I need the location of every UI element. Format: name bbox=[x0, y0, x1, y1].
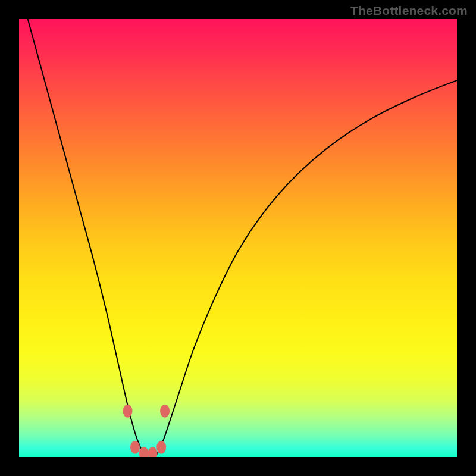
curve-marker bbox=[130, 441, 140, 454]
chart-svg bbox=[19, 19, 457, 457]
chart-frame: TheBottleneck.com bbox=[0, 0, 476, 476]
bottleneck-curve bbox=[28, 19, 457, 457]
curve-marker bbox=[148, 447, 158, 457]
curve-marker bbox=[123, 405, 133, 418]
curve-markers bbox=[123, 405, 170, 457]
curve-marker bbox=[160, 405, 170, 418]
plot-area bbox=[19, 19, 457, 457]
curve-marker bbox=[156, 441, 166, 454]
watermark-text: TheBottleneck.com bbox=[350, 4, 468, 18]
